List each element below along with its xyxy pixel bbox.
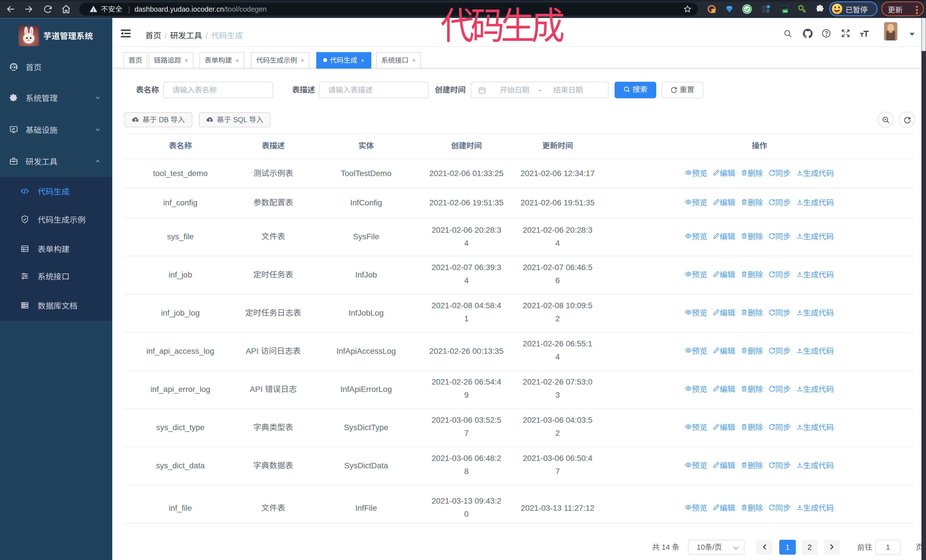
svg-text:1: 1 [713, 9, 714, 13]
svg-text:on: on [783, 9, 787, 13]
